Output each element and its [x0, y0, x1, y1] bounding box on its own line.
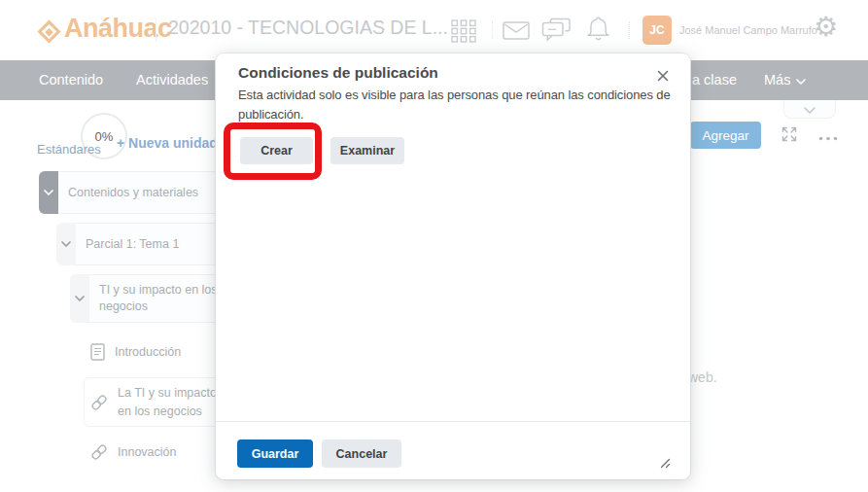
nav-item-mas[interactable]: Más: [764, 60, 806, 100]
nav-item-clase-partial[interactable]: a clase: [692, 60, 737, 100]
nav-item-contenido[interactable]: Contenido: [39, 60, 103, 100]
app-root: Anáhuac 202010 - TECNOLOGIAS DE L...: [0, 0, 868, 492]
chat-icon[interactable]: [541, 18, 572, 45]
user-name: José Manuel Campo Marrufo: [679, 24, 817, 36]
standards-link[interactable]: Estándares: [37, 142, 101, 157]
gear-icon[interactable]: ⚙: [808, 13, 844, 42]
link-icon: [90, 443, 108, 461]
document-icon: [90, 343, 105, 361]
crear-button[interactable]: Crear: [240, 137, 313, 164]
link-icon: [90, 394, 108, 411]
guardar-button[interactable]: Guardar: [237, 439, 313, 468]
resize-handle-icon[interactable]: [659, 455, 671, 473]
tree-topic-label: La TI y su impacto en los negocios: [118, 384, 217, 419]
agregar-button[interactable]: Agregar: [690, 122, 761, 149]
nav-mas-label: Más: [764, 72, 790, 88]
tree-module-label: Contenidos y materiales: [68, 185, 198, 201]
examinar-button[interactable]: Examinar: [330, 137, 404, 164]
avatar-initials: JC: [649, 23, 664, 37]
icon-separator: [492, 21, 493, 39]
header: Anáhuac 202010 - TECNOLOGIAS DE L...: [0, 0, 868, 60]
fullscreen-icon[interactable]: [781, 126, 798, 145]
course-title: 202010 - TECNOLOGIAS DE L...: [168, 17, 448, 39]
chevron-down-icon[interactable]: [39, 171, 58, 214]
tree-module-label: Parcial 1: Tema 1: [86, 236, 179, 253]
dialog-description: Esta actividad solo es visible para las …: [238, 86, 683, 124]
avatar[interactable]: JC: [642, 16, 672, 45]
tree-topic-la-ti-impacto[interactable]: La TI y su impacto en los negocios: [84, 377, 237, 427]
publish-conditions-dialog: Condiciones de publicación Esta activida…: [216, 53, 690, 479]
footer-divider: [216, 421, 690, 422]
collapse-panel-button[interactable]: [783, 100, 836, 119]
chevron-down-icon: [796, 60, 806, 100]
anahuac-diamond-icon: [37, 19, 60, 43]
tree-topic-label: Introducción: [115, 345, 181, 359]
chevron-down-icon[interactable]: [56, 223, 76, 265]
ellipsis-menu-icon[interactable]: [818, 129, 838, 144]
app-switcher-icon[interactable]: [451, 19, 476, 46]
background-text-fragment: web.: [688, 369, 717, 385]
icon-separator: [629, 21, 630, 39]
tree-topic-innovacion[interactable]: Innovación: [90, 440, 176, 464]
tree-topic-introduccion[interactable]: Introducción: [90, 340, 181, 364]
tree-topic-label: Innovación: [118, 445, 176, 459]
chevron-down-icon[interactable]: [70, 274, 89, 323]
header-divider: [156, 18, 156, 42]
cancelar-button[interactable]: Cancelar: [322, 439, 401, 468]
notifications-bell-icon[interactable]: [586, 16, 610, 45]
mail-icon[interactable]: [503, 21, 530, 43]
tree-module-label: TI y su impacto en los negocios: [99, 282, 218, 315]
chevron-down-icon: [804, 102, 816, 117]
new-unit-button[interactable]: + Nueva unidad: [117, 135, 218, 151]
nav-item-actividades[interactable]: Actividades: [136, 60, 208, 100]
dialog-title: Condiciones de publicación: [238, 64, 438, 82]
